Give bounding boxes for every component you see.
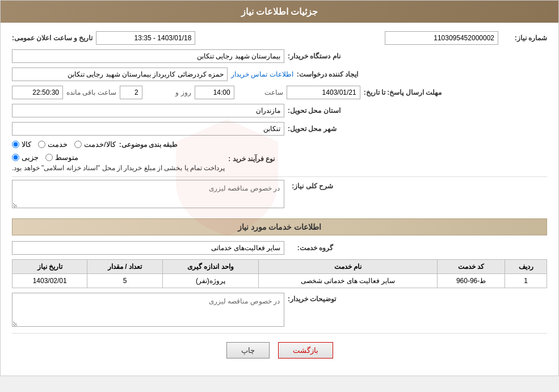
radio-khadamat-label: خدمت <box>48 140 68 149</box>
response-remaining-label: ساعت باقی مانده <box>66 88 116 96</box>
page-wrapper: جزئیات اطلاعات نیاز شماره نیاز: تاریخ و … <box>0 0 559 376</box>
radio-khadamat-item: خدمت <box>38 140 68 149</box>
announce-date-label: تاریخ و ساعت اعلان عمومی: <box>12 34 93 42</box>
row-response-deadline: مهلت ارسال پاسخ: تا تاریخ: ساعت روز و سا… <box>12 86 547 99</box>
back-button[interactable]: بازگشت <box>278 342 333 359</box>
service-group-label: گروه خدمت: <box>288 244 333 252</box>
purchase-type-radio-group: متوسط جزیی <box>12 153 78 162</box>
response-time-input[interactable] <box>195 86 234 99</box>
cell-code: ط-96-960 <box>437 274 505 288</box>
purchase-type-label: نوع فرآیند خرید : <box>228 155 275 163</box>
province-label: استان محل تحویل: <box>288 107 341 115</box>
buyer-org-input[interactable] <box>12 49 284 63</box>
response-days-label: روز و <box>146 88 191 96</box>
buyer-desc-placeholder: در خصوص مناقصه لیزری <box>209 297 280 305</box>
table-row: 1ط-96-960سایر فعالیت های خدماتی شخصیپروژ… <box>12 274 547 288</box>
row-creator: ایجاد کننده درخواست: اطلاعات تماس خریدار <box>12 68 547 81</box>
buyer-desc-label: توضیحات خریدار: <box>288 295 336 303</box>
city-label: شهر محل تحویل: <box>288 125 337 133</box>
radio-khadamat[interactable] <box>38 141 45 148</box>
services-table: ردیف کد خدمت نام خدمت واحد اندازه گیری ت… <box>12 259 547 288</box>
cell-date: 1403/02/01 <box>12 274 87 288</box>
radio-kala-khadamat[interactable] <box>74 141 82 148</box>
radio-kala[interactable] <box>12 141 19 148</box>
buyer-desc-resize: ↙ <box>13 321 18 327</box>
row-general-desc: شرح کلی نیاز: ↙ در خصوص مناقصه لیزری <box>12 180 547 210</box>
response-days-input[interactable] <box>120 86 142 99</box>
general-desc-placeholder: در خصوص مناقصه لیزری <box>209 184 280 192</box>
divider-1 <box>12 176 547 177</box>
row-category: طبقه بندی موضوعی: کالا/خدمت خدمت کالا <box>12 140 547 149</box>
province-input[interactable] <box>12 104 284 117</box>
header-title: جزئیات اطلاعات نیاز <box>241 7 318 16</box>
row-buyer-desc: توضیحات خریدار: ↙ در خصوص مناقصه لیزری <box>12 293 547 328</box>
radio-jozii[interactable] <box>12 154 19 161</box>
need-number-input[interactable] <box>385 31 498 45</box>
row-province: استان محل تحویل: <box>12 104 547 117</box>
col-name: نام خدمت <box>259 260 438 274</box>
contact-info-link[interactable]: اطلاعات تماس خریدار <box>231 70 293 78</box>
response-remaining-input[interactable] <box>12 86 63 99</box>
row-need-number: شماره نیاز: تاریخ و ساعت اعلان عمومی: <box>12 31 547 45</box>
page-header: جزئیات اطلاعات نیاز <box>1 1 558 23</box>
buyer-org-label: نام دستگاه خریدار: <box>288 52 341 60</box>
main-content: شماره نیاز: تاریخ و ساعت اعلان عمومی: نا… <box>1 23 558 376</box>
col-qty: تعداد / مقدار <box>87 260 162 274</box>
response-time-label: ساعت <box>238 88 283 96</box>
response-deadline-label: مهلت ارسال پاسخ: تا تاریخ: <box>364 88 442 96</box>
category-label: طبقه بندی موضوعی: <box>119 141 178 149</box>
radio-mottaset[interactable] <box>45 154 53 161</box>
general-desc-label: شرح کلی نیاز: <box>288 182 333 190</box>
radio-kala-khadamat-label: کالا/خدمت <box>84 140 116 149</box>
radio-jozii-label: جزیی <box>22 153 39 162</box>
cell-name: سایر فعالیت های خدماتی شخصی <box>259 274 438 288</box>
service-info-title: اطلاعات خدمات مورد نیاز <box>12 218 547 235</box>
col-unit: واحد اندازه گیری <box>162 260 258 274</box>
creator-label: ایجاد کننده درخواست: <box>297 70 359 78</box>
cell-unit: پروژه(نفر) <box>162 274 258 288</box>
button-group: بازگشت چاپ <box>12 342 547 359</box>
cell-qty: 5 <box>87 274 162 288</box>
row-city: شهر محل تحویل: <box>12 122 547 136</box>
radio-mottaset-item: متوسط <box>45 153 78 162</box>
creator-input[interactable] <box>12 68 228 81</box>
response-date-input[interactable] <box>287 86 360 99</box>
col-date: تاریخ نیاز <box>12 260 87 274</box>
row-purchase-type: نوع فرآیند خرید : متوسط جزیی پرداخت تمام… <box>12 153 547 172</box>
col-row: ردیف <box>505 260 547 274</box>
city-input[interactable] <box>12 122 284 136</box>
service-group-input[interactable] <box>12 241 284 255</box>
row-service-group: گروه خدمت: <box>12 241 547 255</box>
radio-mottaset-label: متوسط <box>55 153 78 162</box>
radio-kala-label: کالا <box>22 140 31 149</box>
need-number-label: شماره نیاز: <box>502 34 547 42</box>
radio-kala-item: کالا <box>12 140 31 149</box>
radio-jozii-item: جزیی <box>12 153 39 162</box>
col-code: کد خدمت <box>437 260 505 274</box>
purchase-note: پرداخت تمام یا بخشی از مبلغ خریدار از مح… <box>12 164 225 172</box>
radio-kala-khadamat-item: کالا/خدمت <box>74 140 116 149</box>
announce-date-input[interactable] <box>96 31 195 45</box>
row-buyer-org: نام دستگاه خریدار: <box>12 49 547 63</box>
print-button[interactable]: چاپ <box>226 342 270 359</box>
cell-row: 1 <box>505 274 547 288</box>
category-radio-group: کالا/خدمت خدمت کالا <box>12 140 116 149</box>
resize-handle: ↙ <box>13 203 18 209</box>
divider-2 <box>12 333 547 334</box>
